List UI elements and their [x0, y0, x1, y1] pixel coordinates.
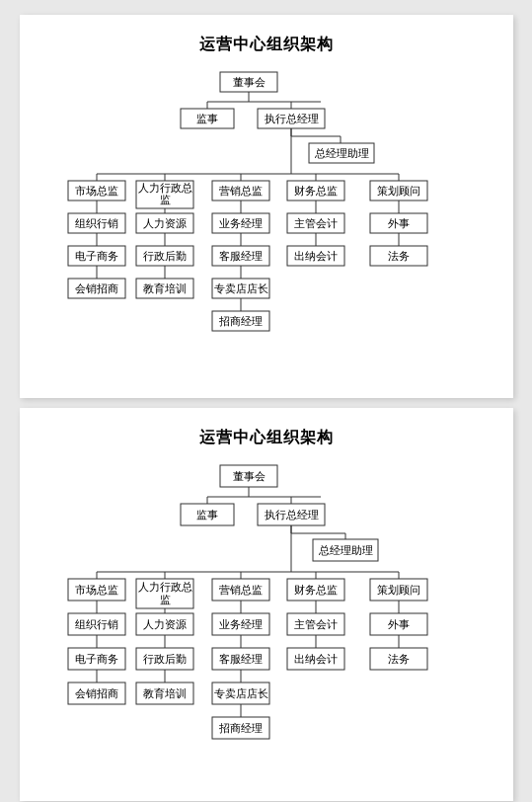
svg-text:会销招商: 会销招商 — [75, 687, 118, 699]
svg-text:总经理助理: 总经理助理 — [317, 544, 372, 556]
chart-title-1: 运营中心组织架构 — [35, 35, 498, 55]
svg-text:董事会: 董事会 — [232, 470, 265, 482]
svg-text:执行总经理: 执行总经理 — [264, 113, 318, 124]
svg-text:营销总监: 营销总监 — [219, 185, 263, 197]
svg-text:策划顾问: 策划顾问 — [377, 185, 420, 197]
svg-text:客服经理: 客服经理 — [219, 653, 263, 665]
svg-text:法务: 法务 — [388, 250, 410, 262]
svg-text:业务经理: 业务经理 — [219, 618, 263, 630]
svg-text:外事: 外事 — [388, 217, 410, 229]
svg-text:外事: 外事 — [388, 618, 410, 630]
svg-text:监事: 监事 — [196, 113, 218, 124]
svg-text:财务总监: 财务总监 — [294, 185, 338, 197]
svg-text:法务: 法务 — [388, 653, 410, 665]
svg-text:行政后勤: 行政后勤 — [143, 653, 187, 665]
svg-text:董事会: 董事会 — [232, 76, 265, 88]
svg-text:市场总监: 市场总监 — [75, 584, 118, 596]
org-chart-card-1: 运营中心组织架构 董事会 监事 执行总经理 总经理助理 — [20, 15, 513, 398]
svg-text:会销招商: 会销招商 — [75, 282, 118, 294]
svg-text:专卖店店长: 专卖店店长 — [213, 687, 267, 699]
svg-text:监事: 监事 — [196, 509, 218, 521]
org-chart-svg-2: 董事会 监事 执行总经理 总经理助理 市场总监 — [35, 460, 498, 776]
svg-text:财务总监: 财务总监 — [294, 584, 338, 596]
svg-text:业务经理: 业务经理 — [219, 217, 263, 229]
svg-text:出纳会计: 出纳会计 — [294, 250, 338, 262]
svg-text:监: 监 — [159, 594, 170, 605]
svg-text:执行总经理: 执行总经理 — [264, 509, 318, 521]
svg-text:监: 监 — [159, 194, 170, 205]
svg-text:电子商务: 电子商务 — [75, 653, 118, 665]
svg-text:教育培训: 教育培训 — [143, 687, 187, 699]
svg-text:组织行销: 组织行销 — [75, 618, 118, 630]
svg-text:市场总监: 市场总监 — [75, 185, 118, 197]
svg-text:人力资源: 人力资源 — [143, 618, 187, 630]
org-chart-card-2: 运营中心组织架构 董事会 监事 执行总经理 总经理助理 — [20, 408, 513, 801]
svg-text:主管会计: 主管会计 — [294, 217, 338, 229]
svg-text:总经理助理: 总经理助理 — [313, 147, 368, 159]
svg-text:出纳会计: 出纳会计 — [294, 653, 338, 665]
svg-text:电子商务: 电子商务 — [75, 250, 118, 262]
svg-text:营销总监: 营销总监 — [219, 584, 263, 596]
svg-text:人力行政总: 人力行政总 — [137, 182, 191, 194]
svg-text:策划顾问: 策划顾问 — [377, 584, 420, 596]
svg-text:招商经理: 招商经理 — [218, 722, 263, 734]
svg-text:主管会计: 主管会计 — [294, 618, 338, 630]
svg-text:教育培训: 教育培训 — [143, 282, 187, 294]
svg-text:招商经理: 招商经理 — [218, 315, 263, 327]
svg-text:人力行政总: 人力行政总 — [137, 581, 191, 593]
svg-text:组织行销: 组织行销 — [75, 217, 118, 229]
chart-title-2: 运营中心组织架构 — [35, 428, 498, 448]
svg-text:人力资源: 人力资源 — [143, 217, 187, 229]
svg-text:行政后勤: 行政后勤 — [143, 250, 187, 262]
svg-text:客服经理: 客服经理 — [219, 250, 263, 262]
org-chart-svg-1: 董事会 监事 执行总经理 总经理助理 — [35, 67, 498, 373]
svg-text:专卖店店长: 专卖店店长 — [213, 282, 267, 294]
